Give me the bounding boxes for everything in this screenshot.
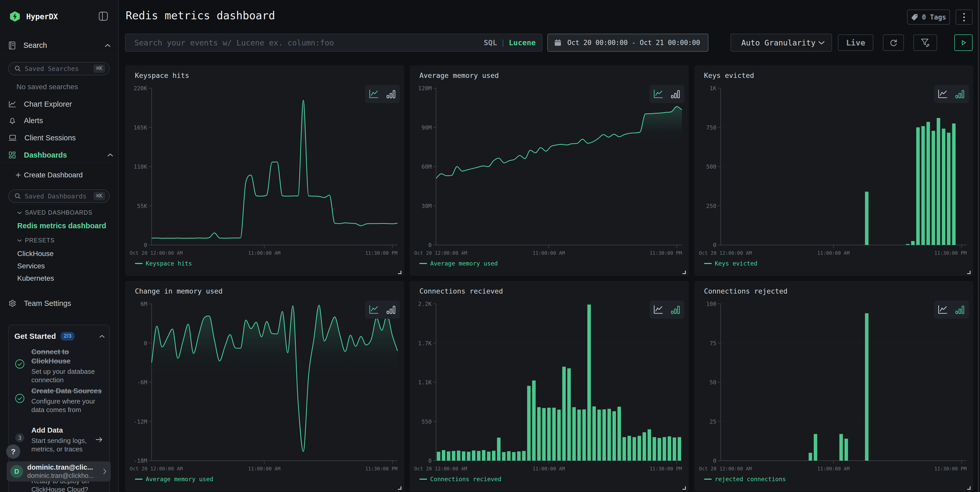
line-chart-toggle-icon[interactable] [652, 88, 664, 100]
filter-button[interactable] [913, 35, 937, 51]
svg-text:11:30:00 PM: 11:30:00 PM [649, 250, 682, 256]
more-menu-button[interactable] [956, 10, 972, 25]
line-chart-toggle-icon[interactable] [937, 88, 949, 100]
svg-text:550: 550 [422, 419, 432, 425]
chart-line-icon [8, 100, 16, 108]
chart-legend[interactable]: Average memory used [419, 260, 498, 267]
refresh-icon [889, 38, 898, 47]
svg-text:60M: 60M [422, 164, 432, 170]
play-icon [960, 39, 967, 46]
chart-plot[interactable]: 055K110K165K220KOct 20 12:00:00 AM11:00:… [125, 65, 404, 276]
sidebar-item-dashboards[interactable]: Dashboards [8, 148, 113, 162]
panel-resize-handle[interactable] [967, 486, 971, 490]
play-button[interactable] [954, 35, 972, 51]
chart-legend[interactable]: Keyspace hits [135, 260, 192, 267]
app-name: HyperDX [26, 12, 58, 21]
panel-resize-handle[interactable] [398, 270, 402, 274]
chart-type-toggle [934, 301, 969, 319]
line-chart-toggle-icon[interactable] [368, 88, 380, 100]
line-chart-toggle-icon[interactable] [368, 304, 380, 316]
get-started-item-connect[interactable]: Connect to ClickHouse Set up your databa… [15, 347, 105, 384]
svg-text:Oct 20 12:00:00 AM: Oct 20 12:00:00 AM [414, 250, 467, 256]
live-button[interactable]: Live [838, 35, 873, 51]
bell-icon [8, 117, 16, 124]
chart-plot[interactable]: 02505007501KOct 20 12:00:00 AM11:00:00 A… [694, 65, 973, 276]
chart-plot[interactable]: 030M60M90M120MOct 20 12:00:00 AM11:00:00… [410, 65, 689, 276]
chart-panel: Connections recieved 05501.1K1.7K2.2KOct… [410, 281, 689, 492]
user-account-bar[interactable]: D dominic.tran@clic... dominic.tran@clic… [7, 462, 111, 481]
saved-dashboards-placeholder: Saved Dashboards [25, 193, 94, 200]
bar-chart-toggle-icon[interactable] [385, 304, 397, 316]
get-started-title: Get Started [14, 332, 56, 341]
line-chart-toggle-icon[interactable] [652, 304, 664, 316]
logo[interactable]: HyperDX [9, 11, 58, 22]
svg-text:2.2K: 2.2K [418, 301, 432, 307]
legend-label: rejected connections [715, 476, 786, 482]
no-saved-searches-note: No saved searches [16, 83, 78, 91]
bar-chart-toggle-icon[interactable] [954, 88, 966, 100]
sidebar-item-team-settings[interactable]: Team Settings [8, 296, 113, 310]
sidebar-item-chart-explorer[interactable]: Chart Explorer [8, 97, 113, 111]
chevron-down-icon [17, 239, 22, 242]
sidebar-item-client-sessions[interactable]: Client Sessions [8, 131, 113, 145]
chart-legend[interactable]: Keys evicted [704, 260, 757, 267]
saved-dashboards-input[interactable]: Saved Dashboards ⌘K [8, 189, 110, 203]
scrollbar[interactable] [978, 0, 979, 492]
sidebar-item-kubernetes[interactable]: Kubernetes [17, 274, 54, 282]
chart-plot[interactable]: -18M-12M-6M06MOct 20 12:00:00 AM11:00:00… [125, 281, 404, 492]
svg-text:30M: 30M [422, 203, 432, 209]
granularity-select[interactable]: Auto Granularity [730, 33, 832, 52]
svg-text:11:00:00 AM: 11:00:00 AM [817, 250, 850, 256]
svg-text:11:00:00 AM: 11:00:00 AM [817, 466, 850, 471]
saved-dashboards-group[interactable]: SAVED DASHBOARDS [17, 209, 92, 216]
controls-row: Search your events w/ Lucene ex. column:… [125, 33, 973, 52]
chart-type-toggle [649, 301, 684, 319]
date-range-input[interactable]: Oct 20 00:00:00 - Oct 21 00:00:00 [547, 33, 708, 52]
panel-resize-handle[interactable] [682, 270, 686, 274]
chart-legend[interactable]: Connections recieved [419, 476, 501, 482]
refresh-button[interactable] [883, 35, 904, 51]
tags-button[interactable]: 0 Tags [907, 10, 950, 25]
chart-plot[interactable]: 05501.1K1.7K2.2KOct 20 12:00:00 AM11:00:… [410, 281, 689, 492]
bar-chart-toggle-icon[interactable] [670, 88, 682, 100]
bar-chart-toggle-icon[interactable] [954, 304, 966, 316]
panel-resize-handle[interactable] [398, 486, 402, 490]
svg-text:Oct 20 12:00:00 AM: Oct 20 12:00:00 AM [130, 250, 183, 256]
presets-group[interactable]: PRESETS [17, 237, 55, 244]
bar-chart-toggle-icon[interactable] [385, 88, 397, 100]
help-button[interactable]: ? [6, 444, 20, 459]
create-dashboard-button[interactable]: Create Dashboard [16, 169, 83, 181]
chart-legend[interactable]: Average memory used [135, 476, 213, 482]
get-started-item-add-data[interactable]: 3 Add Data Start sending logs, metrics, … [15, 426, 105, 454]
svg-text:0: 0 [713, 242, 716, 248]
lucene-toggle[interactable]: Lucene [509, 38, 536, 47]
query-language-toggle: SQL|Lucene [484, 38, 536, 47]
sql-toggle[interactable]: SQL [484, 38, 497, 47]
sidebar-item-services[interactable]: Services [17, 262, 45, 270]
bar-chart-toggle-icon[interactable] [670, 304, 682, 316]
sidebar-collapse-icon[interactable] [99, 11, 108, 21]
legend-dash-icon [135, 479, 143, 480]
chart-legend[interactable]: rejected connections [704, 476, 786, 482]
sidebar-section-search[interactable]: Search [8, 41, 110, 49]
sidebar-item-alerts[interactable]: Alerts [8, 113, 113, 128]
get-started-item-title: Create Data Sources [31, 386, 105, 396]
chart-plot[interactable]: 0255075100Oct 20 12:00:00 AM11:00:00 AM1… [694, 281, 973, 492]
line-chart-toggle-icon[interactable] [937, 304, 949, 316]
svg-text:11:00:00 AM: 11:00:00 AM [248, 250, 281, 256]
event-search-input[interactable]: Search your events w/ Lucene ex. column:… [125, 33, 542, 52]
sidebar-item-clickhouse[interactable]: ClickHouse [17, 250, 54, 258]
panel-resize-handle[interactable] [967, 270, 971, 274]
filter-edit-icon [920, 38, 930, 47]
svg-text:0: 0 [428, 242, 432, 248]
tag-icon [911, 13, 919, 21]
svg-text:-12M: -12M [134, 419, 147, 425]
get-started-header[interactable]: Get Started 2/3 [14, 332, 105, 341]
panel-resize-handle[interactable] [682, 486, 686, 490]
saved-searches-input[interactable]: Saved Searches ⌘K [8, 62, 110, 75]
granularity-value: Auto Granularity [741, 38, 818, 47]
check-circle-icon [15, 359, 25, 369]
sidebar-item-redis-dashboard[interactable]: Redis metrics dashboard [17, 221, 107, 230]
chevron-down-icon [818, 41, 825, 45]
get-started-item-sources[interactable]: Create Data Sources Configure where your… [15, 386, 105, 414]
